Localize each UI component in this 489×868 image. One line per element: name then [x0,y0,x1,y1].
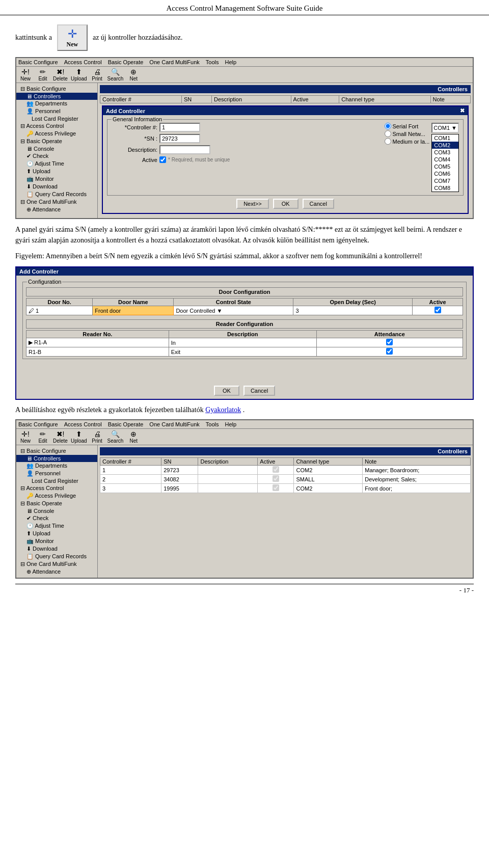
ok-button1[interactable]: OK [273,199,298,209]
menu2-basic-configure[interactable]: Basic Configure [18,421,58,427]
toolbar2-net[interactable]: ⊕Net [126,430,141,444]
menu-access-control[interactable]: Access Control [64,59,102,65]
sidebar-departments[interactable]: 👥 Departments [16,100,97,107]
sidebar2-download[interactable]: ⬇ Download [16,545,97,553]
toolbar-upload[interactable]: ⬆Upload [71,68,87,82]
door-active-1[interactable] [413,306,463,315]
sidebar-query[interactable]: 📋 Query Card Records [16,191,97,198]
bottom-text-content: A beállításhoz egyéb részletek a gyakorl… [15,406,204,414]
reader-row-r1a: ▶ R1-A In [26,338,463,347]
sidebar-access-control[interactable]: ⊟ Access Control [16,122,97,130]
serial-port-radio[interactable] [385,123,391,129]
dialog1-close[interactable]: ✖ [460,107,465,114]
door-state-1[interactable]: Door Controlled ▼ [174,306,293,315]
sidebar-lost-card[interactable]: Lost Card Register [16,115,97,122]
bottom-link[interactable]: Gyakorlatok [205,406,241,414]
table2-row1[interactable]: 1 29723 COM2 Manager; Boardroom; [100,466,471,475]
sidebar2-check[interactable]: ✔ Check [16,514,97,522]
cancel-button2[interactable]: Cancel [243,386,275,396]
com1-option[interactable]: COM1 [432,134,458,142]
sidebar2-monitor[interactable]: 📺 Monitor [16,537,97,545]
sidebar2-access-control[interactable]: ⊟ Access Control [16,484,97,492]
com7-option[interactable]: COM7 [432,177,458,184]
sidebar-adjust-time[interactable]: 🕐 Adjust Time [16,160,97,168]
menu2-tools[interactable]: Tools [206,421,219,427]
menu2-access-control[interactable]: Access Control [64,421,102,427]
door-name-1[interactable]: Front door [93,306,174,315]
sidebar2-basic-operate[interactable]: ⊟ Basic Operate [16,500,97,507]
controller-num-input[interactable] [159,123,200,132]
sidebar2-attendance[interactable]: ⊕ Attendance [16,568,97,576]
reader-col-desc: Description [169,331,316,338]
reader-attend-r1b[interactable] [316,347,463,357]
com6-option[interactable]: COM6 [432,170,458,177]
small-network-radio[interactable] [385,130,391,137]
sidebar-personnel[interactable]: 👤 Personnel [16,107,97,115]
menu-tools[interactable]: Tools [206,59,219,65]
menu-help[interactable]: Help [225,59,236,65]
menu2-help[interactable]: Help [225,421,236,427]
ok-button2[interactable]: OK [214,386,239,396]
sidebar2-basic-configure[interactable]: ⊟ Basic Configure [16,447,97,455]
sidebar2-upload[interactable]: ⬆ Upload [16,530,97,537]
medium-radio[interactable] [385,138,391,145]
reader-desc-r1b[interactable]: Exit [169,347,316,357]
sn-input[interactable] [159,134,200,143]
menu-one-card[interactable]: One Card MultiFunk [149,59,199,65]
sidebar-console[interactable]: 🖥 Console [16,145,97,152]
sidebar-attendance[interactable]: ⊕ Attendance [16,206,97,213]
sidebar-one-card[interactable]: ⊟ One Card MultiFunk [16,198,97,206]
sidebar-download[interactable]: ⬇ Download [16,183,97,191]
toolbar2-upload[interactable]: ⬆Upload [71,430,87,444]
sidebar2-adjust-time[interactable]: 🕐 Adjust Time [16,522,97,530]
door-no-1: 🖊 1 [26,306,93,315]
sidebar-monitor[interactable]: 📺 Monitor [16,175,97,183]
toolbar2-search[interactable]: 🔍Search [107,430,124,444]
com5-option[interactable]: COM5 [432,163,458,170]
sidebar2-departments[interactable]: 👥 Departments [16,462,97,470]
description-input[interactable] [159,145,210,154]
menu-basic-operate[interactable]: Basic Operate [108,59,144,65]
toolbar-search[interactable]: 🔍Search [107,68,124,82]
sidebar2-controllers[interactable]: 🖥 Controllers [16,455,97,462]
table2-row3[interactable]: 3 19995 COM2 Front door; [100,484,471,493]
toolbar-print[interactable]: 🖨Print [90,68,104,82]
com4-option[interactable]: COM4 [432,156,458,163]
toolbar-edit[interactable]: ✏Edit [36,68,50,82]
left-form: *Controller #: *SN : Description: [112,123,379,192]
sidebar-controllers[interactable]: 🖥 Controllers [16,93,97,100]
sidebar2-lost-card[interactable]: Lost Card Register [16,477,97,484]
reader-attend-r1a[interactable] [316,338,463,347]
toolbar-net[interactable]: ⊕Net [126,68,141,82]
sidebar2-query[interactable]: 📋 Query Card Records [16,553,97,560]
reader-desc-r1a[interactable]: In [169,338,316,347]
sidebar2-access-privilege[interactable]: 🔑 Access Privilege [16,492,97,500]
com2-option[interactable]: COM2 [432,142,458,149]
para1-text: A panel gyári száma S/N (amely a kontrol… [15,226,462,244]
table2-row2[interactable]: 2 34082 SMALL Development; Sales; [100,475,471,484]
active-checkbox[interactable] [159,156,166,163]
sidebar-access-privilege[interactable]: 🔑 Access Privilege [16,130,97,138]
sidebar2-one-card[interactable]: ⊟ One Card MultiFunk [16,560,97,568]
sidebar-check[interactable]: ✔ Check [16,152,97,160]
cancel-button1[interactable]: Cancel [303,199,334,209]
sidebar2-personnel[interactable]: 👤 Personnel [16,470,97,477]
door-delay-1[interactable]: 3 [293,306,413,315]
menu-basic-configure[interactable]: Basic Configure [18,59,58,65]
toolbar-delete[interactable]: ✖!Delete [53,68,68,82]
toolbar2-new[interactable]: ✛!New [18,430,33,444]
toolbar-new[interactable]: ✛!New [18,68,33,82]
com3-option[interactable]: COM3 [432,149,458,156]
toolbar2-edit[interactable]: ✏Edit [36,430,50,444]
menu2-one-card[interactable]: One Card MultiFunk [149,421,199,427]
sidebar-basic-operate[interactable]: ⊟ Basic Operate [16,138,97,145]
toolbar2-delete[interactable]: ✖!Delete [53,430,68,444]
menu2-basic-operate[interactable]: Basic Operate [108,421,144,427]
row1-no: 1 [100,466,161,475]
next-button[interactable]: Next>> [236,199,268,209]
sidebar2-console[interactable]: 🖥 Console [16,507,97,514]
sidebar-upload[interactable]: ⬆ Upload [16,168,97,175]
com8-option[interactable]: COM8 [432,184,458,192]
toolbar2-print[interactable]: 🖨Print [90,430,104,444]
sidebar-basic-configure[interactable]: ⊟ Basic Configure [16,85,97,93]
